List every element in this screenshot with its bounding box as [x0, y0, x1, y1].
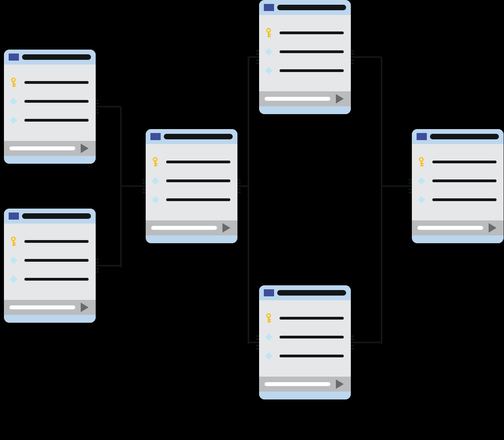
table-header — [4, 50, 96, 65]
play-icon — [336, 94, 344, 104]
connector-tick — [351, 348, 354, 349]
header-square-icon — [9, 213, 19, 220]
connector-tick — [96, 103, 99, 104]
header-title-bar — [22, 213, 91, 219]
connector-tick — [351, 342, 354, 343]
connector-line — [120, 107, 122, 188]
field-row — [417, 176, 497, 185]
connector-tick — [256, 345, 259, 346]
field-diamond-icon — [265, 333, 272, 340]
table-card — [4, 50, 96, 164]
footer-pill — [9, 146, 75, 150]
table-footer — [146, 220, 237, 235]
connector-tick — [351, 56, 354, 58]
table-footer — [412, 220, 504, 235]
connector-tick — [256, 342, 259, 343]
header-square-icon — [264, 4, 274, 11]
connector-tick — [409, 182, 412, 184]
schema-diagram — [0, 0, 504, 440]
connector-tick — [409, 189, 412, 190]
connector-tick — [256, 53, 259, 55]
connector-line — [121, 185, 143, 187]
field-diamond-icon — [418, 177, 425, 184]
connector-line — [120, 186, 122, 267]
primary-key-icon — [419, 157, 424, 166]
field-line — [280, 355, 344, 357]
field-row — [265, 351, 344, 360]
primary-key-icon — [11, 237, 16, 246]
field-diamond-icon — [265, 352, 272, 359]
play-icon — [336, 379, 344, 389]
connector-tick — [96, 109, 99, 111]
table-card — [259, 285, 351, 399]
connector-line — [248, 342, 256, 343]
primary-key-icon — [266, 28, 271, 37]
field-diamond-icon — [265, 48, 272, 55]
field-diamond-icon — [265, 67, 272, 74]
connector-tick — [351, 345, 354, 346]
connector-tick — [256, 338, 259, 340]
field-diamond-icon — [10, 257, 17, 264]
field-row — [151, 176, 230, 185]
table-bottom-bar — [259, 106, 351, 114]
field-diamond-icon — [10, 98, 17, 105]
field-row — [151, 157, 230, 166]
connector-tick — [143, 192, 146, 193]
field-line — [166, 179, 230, 182]
table-card — [146, 129, 237, 243]
header-title-bar — [22, 54, 91, 60]
field-line — [166, 161, 230, 163]
connector-tick — [143, 189, 146, 190]
field-row — [265, 28, 344, 37]
table-header — [146, 129, 237, 144]
field-line — [280, 31, 344, 34]
field-line — [24, 278, 89, 281]
table-card — [412, 129, 504, 243]
connector-tick — [409, 185, 412, 187]
header-square-icon — [150, 133, 161, 140]
connector-line — [99, 265, 121, 266]
connector-tick — [237, 179, 241, 181]
connector-tick — [143, 179, 146, 181]
connector-tick — [96, 262, 99, 263]
header-title-bar — [430, 134, 499, 139]
footer-pill — [265, 97, 330, 101]
connector-line — [248, 57, 249, 188]
field-row — [9, 97, 89, 105]
header-square-icon — [264, 289, 274, 296]
connector-tick — [256, 348, 259, 349]
field-diamond-icon — [10, 116, 17, 124]
connector-line — [381, 57, 382, 188]
table-header — [4, 209, 96, 224]
field-row — [265, 47, 344, 56]
connector-line — [381, 186, 382, 344]
connector-line — [354, 342, 382, 343]
field-row — [417, 157, 497, 166]
connector-tick — [96, 112, 99, 114]
connector-line — [248, 56, 256, 58]
connector-tick — [351, 335, 354, 337]
connector-line — [241, 185, 248, 187]
connector-tick — [96, 265, 99, 266]
field-line — [24, 240, 89, 243]
table-header — [412, 129, 504, 144]
field-line — [432, 179, 497, 182]
field-row — [417, 195, 497, 204]
field-line — [24, 259, 89, 262]
connector-tick — [256, 59, 259, 61]
field-diamond-icon — [152, 196, 159, 203]
play-icon — [81, 303, 89, 312]
connector-tick — [237, 192, 241, 193]
field-row — [265, 333, 344, 341]
field-line — [166, 198, 230, 201]
header-title-bar — [164, 134, 233, 139]
table-bottom-bar — [259, 392, 351, 399]
connector-tick — [351, 59, 354, 61]
connector-tick — [351, 50, 354, 52]
table-bottom-bar — [146, 235, 237, 243]
field-diamond-icon — [152, 177, 159, 184]
field-row — [9, 275, 89, 283]
field-row — [9, 237, 89, 246]
field-row — [9, 78, 89, 87]
table-header — [259, 0, 351, 15]
